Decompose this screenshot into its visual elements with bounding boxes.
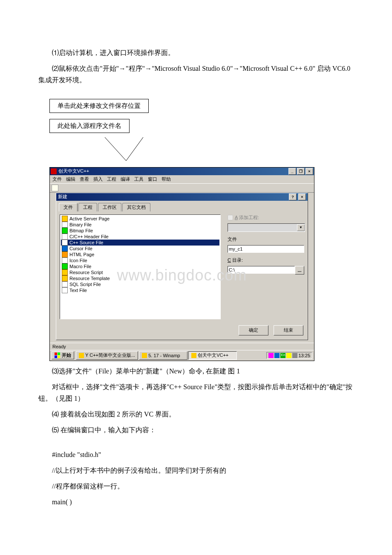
file-name-label: 文件: [228, 236, 304, 243]
file-type-item[interactable]: Binary File: [61, 222, 219, 228]
code-line-4: main( ): [38, 496, 354, 508]
file-type-item[interactable]: Active Server Page: [61, 216, 219, 222]
file-type-label: C/C++ Header File: [69, 234, 109, 239]
dialog-titlebar: 新建 ? ×: [56, 193, 308, 201]
file-type-item[interactable]: Cursor File: [61, 246, 219, 251]
tab-files[interactable]: 文件: [59, 203, 78, 211]
browse-button[interactable]: ...: [295, 266, 304, 275]
close-button[interactable]: ×: [306, 168, 313, 175]
code-line-1: #include "stdio.h": [38, 449, 354, 460]
file-type-icon: [62, 287, 68, 293]
svg-rect-1: [58, 353, 60, 355]
code-line-2: //以上行对于本书中的例子没有给出。望同学们对于所有的: [38, 465, 354, 476]
menu-window[interactable]: 窗口: [148, 176, 157, 182]
taskbar-app-button[interactable]: 创天中文VC++: [188, 351, 237, 360]
toolbar-new-icon[interactable]: [52, 185, 58, 191]
file-type-label: Resource Template: [69, 276, 110, 281]
taskbar-app-button[interactable]: 5. 17 - Winamp: [139, 351, 187, 360]
file-type-icon: [62, 269, 68, 275]
menu-edit[interactable]: 编辑: [66, 176, 75, 182]
menu-project[interactable]: 工程: [107, 176, 116, 182]
taskbar: 开始 Y C++简体中文企业版...5. 17 - Winamp创天中文VC++…: [50, 350, 314, 361]
file-type-item[interactable]: Icon File: [61, 257, 219, 263]
taskbar-app-icon: [191, 353, 196, 358]
paragraph-1: ⑴启动计算机，进入窗口环境操作界面。: [38, 47, 354, 58]
tab-projects[interactable]: 工程: [78, 203, 97, 211]
file-type-item[interactable]: Bitmap File: [61, 228, 219, 234]
menu-view[interactable]: 查看: [80, 176, 89, 182]
paragraph-6: ⑸ 在编辑窗口中，输入如下内容：: [38, 424, 354, 436]
add-to-project-input: [228, 215, 233, 220]
menu-build[interactable]: 编译: [121, 176, 130, 182]
status-text: Ready: [52, 344, 66, 349]
taskbar-app-icon: [79, 353, 84, 358]
file-type-label: Resource Script: [69, 270, 103, 275]
file-type-item[interactable]: SQL Script File: [61, 281, 219, 287]
ok-button[interactable]: 确定: [239, 325, 268, 335]
cancel-button[interactable]: 结束: [274, 325, 303, 335]
dialog-close-button[interactable]: ×: [298, 194, 306, 200]
taskbar-app-button[interactable]: Y C++简体中文企业版...: [76, 351, 138, 360]
directory-input[interactable]: [228, 266, 295, 274]
menubar: 文件 编辑 查看 插入 工程 编译 工具 窗口 帮助: [50, 175, 314, 183]
tray-icon[interactable]: [268, 353, 274, 358]
file-type-icon: [62, 246, 68, 251]
file-type-label: Bitmap File: [69, 228, 93, 233]
taskbar-app-label: 5. 17 - Winamp: [148, 353, 180, 358]
tray-icon[interactable]: [286, 353, 291, 358]
file-type-icon: [62, 257, 68, 263]
file-type-item[interactable]: Resource Script: [61, 269, 219, 275]
svg-rect-2: [55, 356, 57, 358]
taskbar-app-icon: [142, 353, 147, 358]
menu-help[interactable]: 帮助: [161, 176, 171, 182]
file-type-item[interactable]: Resource Template: [61, 275, 219, 281]
file-type-icon: [62, 222, 68, 228]
directory-label: C 目录:: [228, 257, 304, 263]
tray-icon[interactable]: [274, 353, 280, 358]
dialog-tabs: 文件 工程 工作区 其它文档: [56, 201, 308, 211]
menu-insert[interactable]: 插入: [93, 176, 103, 182]
file-name-input[interactable]: [228, 245, 304, 253]
window-titlebar: 创天中文VC++ _ ❐ ×: [50, 168, 314, 175]
minimize-button[interactable]: _: [288, 168, 296, 175]
ime-icon[interactable]: En: [280, 353, 285, 358]
vc-window: www.bingdoc.com 创天中文VC++ _ ❐ × 文件 编辑 查看 …: [49, 167, 314, 361]
tab-workspaces[interactable]: 工作区: [98, 203, 121, 211]
system-tray: En 13:25: [266, 352, 312, 359]
paragraph-4: 对话框中，选择"文件"选项卡，再选择"C++ Source File"类型，按图…: [38, 381, 354, 404]
paragraph-3: ⑶选择"文件"（File）菜单中的"新建"（New）命令, 在新建 图 1: [38, 365, 354, 377]
file-type-icon: [62, 228, 68, 234]
file-type-label: Macro File: [69, 264, 91, 269]
file-type-icon: [62, 234, 68, 240]
start-button[interactable]: 开始: [52, 351, 74, 359]
file-type-label: C++ Source File: [69, 240, 103, 245]
file-type-item[interactable]: C/C++ Header File: [61, 234, 219, 240]
file-type-label: Binary File: [69, 222, 92, 227]
file-type-item[interactable]: C++ Source File: [61, 240, 219, 246]
svg-rect-0: [55, 353, 57, 355]
file-type-label: HTML Page: [69, 252, 94, 257]
dialog-help-button[interactable]: ?: [289, 194, 297, 200]
file-type-item[interactable]: HTML Page: [61, 251, 219, 257]
file-type-label: Cursor File: [69, 246, 92, 251]
statusbar: Ready: [50, 343, 314, 350]
annotation-callouts: 单击此处来修改文件保存位置 此处输入源程序文件名: [38, 99, 354, 163]
clock: 13:25: [298, 353, 310, 358]
menu-file[interactable]: 文件: [52, 176, 62, 182]
file-type-list[interactable]: Active Server PageBinary FileBitmap File…: [60, 214, 221, 319]
file-type-icon: [62, 240, 68, 246]
tab-other-docs[interactable]: 其它文档: [122, 203, 150, 211]
volume-icon[interactable]: [292, 353, 297, 358]
maximize-button[interactable]: ❐: [297, 168, 305, 175]
toolbar: [50, 183, 314, 193]
windows-logo-icon: [55, 353, 61, 358]
svg-rect-3: [58, 356, 60, 358]
callout-pointer-icon: [101, 137, 152, 163]
file-type-label: Active Server Page: [69, 216, 110, 221]
add-to-project-checkbox: A 添加工程:: [228, 214, 304, 221]
menu-tools[interactable]: 工具: [134, 176, 144, 182]
file-type-item[interactable]: Text File: [61, 287, 219, 293]
window-title: 创天中文VC++: [58, 168, 89, 174]
file-type-label: SQL Script File: [69, 282, 101, 287]
file-type-item[interactable]: Macro File: [61, 263, 219, 269]
